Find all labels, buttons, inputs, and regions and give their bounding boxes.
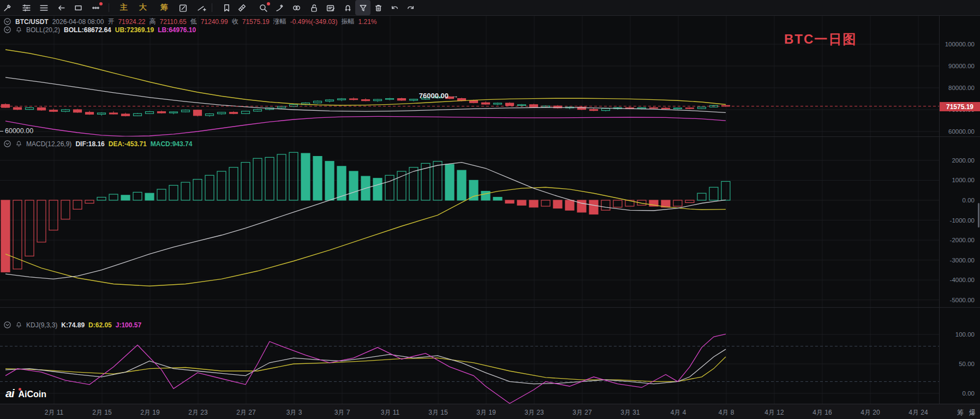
aicoin-logo: ai AiCoin	[5, 387, 46, 400]
x-axis-label: 4月 4	[671, 408, 686, 417]
main-chart-tab[interactable]: 主	[116, 0, 132, 15]
notification-badge	[267, 2, 270, 5]
kline-edit-icon[interactable]	[175, 0, 190, 15]
logo-dot	[19, 388, 21, 391]
logo-mark: ai	[5, 387, 14, 400]
toolbar-separator	[212, 3, 212, 12]
draw-pen-icon[interactable]	[0, 0, 15, 15]
macd-name: MACD(12,26,9)	[26, 140, 71, 148]
signature-pen-icon[interactable]	[272, 0, 287, 15]
open-label: 开	[107, 17, 114, 26]
notification-badge	[99, 2, 103, 5]
collapse-chevron-icon[interactable]	[3, 140, 11, 148]
svg-text:100.00: 100.00	[955, 331, 975, 338]
collapse-chevron-icon[interactable]	[3, 321, 11, 329]
chip-distribution-tab[interactable]: 筹	[957, 408, 964, 417]
time-axis-bar[interactable]: 筹 爆 2月 112月 152月 192月 232月 273月 33月 73月 …	[0, 404, 980, 419]
x-axis-label: 4月 24	[909, 408, 928, 417]
macd-dea-value: DEA:-453.71	[109, 140, 147, 148]
toolbar: 主大筹	[0, 0, 980, 16]
symbol-label[interactable]: BTC/USDT	[15, 18, 49, 26]
boll-indicator-row: BOLL(20,2) BOLL:68672.64 UB:72369.19 LB:…	[3, 26, 196, 34]
kline-style-icon[interactable]	[19, 0, 34, 15]
alert-bell-icon[interactable]	[15, 140, 22, 147]
price-level-annotation-60000[interactable]: 60000.00	[5, 127, 33, 135]
amplitude-value: 1.21%	[358, 18, 377, 26]
lock-icon[interactable]	[306, 0, 321, 15]
chart-canvas[interactable]: 100000.0090000.0080000.0070000.0060000.0…	[0, 0, 980, 419]
alert-bell-icon[interactable]	[15, 321, 22, 328]
arrow-left-icon[interactable]	[53, 0, 68, 15]
x-axis-label: 2月 15	[92, 408, 111, 417]
level-76000-text: 76000.00	[419, 92, 449, 100]
price-level-annotation-76000[interactable]: 76000.00→	[397, 92, 458, 100]
svg-text:-4000.00: -4000.00	[950, 277, 975, 283]
macd-axis-labels[interactable]: 2000.001000.000.00-1000.00-2000.00-3000.…	[950, 157, 975, 303]
boll-mid-value: BOLL:68672.64	[64, 26, 111, 34]
macd-indicator-row: MACD(12,26,9) DIF:18.16 DEA:-453.71 MACD…	[3, 140, 192, 148]
filter-icon[interactable]	[355, 0, 371, 15]
x-axis-label: 3月 15	[428, 408, 447, 417]
kdj-axis-labels[interactable]: 100.0050.000.00	[955, 331, 975, 397]
x-axis-label: 3月 7	[334, 408, 350, 417]
vertical-gridlines	[54, 15, 918, 404]
open-value: 71924.22	[118, 18, 145, 26]
indicator-list-icon[interactable]	[36, 0, 51, 15]
high-label: 高	[149, 17, 156, 26]
svg-text:90000.00: 90000.00	[948, 63, 975, 69]
bookmark-icon[interactable]	[219, 0, 234, 15]
price-band-icon[interactable]	[289, 0, 304, 15]
large-chart-tab[interactable]: 大	[135, 0, 151, 15]
last-price-tag: 71575.19	[940, 102, 980, 111]
symbol-info-row: BTC/USDT 2026-04-08 08:00 开 71924.22 高 7…	[3, 17, 377, 26]
price-axis-labels[interactable]: 100000.0090000.0080000.0070000.0060000.0…	[945, 41, 975, 135]
datetime-label: 2026-04-08 08:00	[52, 18, 104, 26]
order-line-icon[interactable]	[194, 0, 209, 15]
liquidation-tab[interactable]: 爆	[969, 408, 976, 417]
ruler-icon[interactable]	[234, 0, 249, 15]
svg-text:2000.00: 2000.00	[952, 157, 975, 164]
boll-name: BOLL(20,2)	[26, 26, 60, 34]
undo-icon[interactable]	[387, 0, 402, 15]
axis-scroll-thumb[interactable]	[978, 203, 979, 228]
svg-text:-1000.00: -1000.00	[950, 217, 975, 224]
close-label: 收	[232, 17, 238, 26]
collapse-chevron-icon[interactable]	[3, 17, 11, 26]
pane-separators	[0, 15, 980, 404]
svg-text:50.00: 50.00	[959, 361, 975, 367]
svg-text:0.00: 0.00	[963, 197, 975, 203]
alert-bell-icon[interactable]	[15, 26, 22, 33]
zoom-search-icon[interactable]	[255, 0, 271, 15]
x-axis-label: 4月 20	[861, 408, 880, 417]
x-axis-label: 4月 8	[719, 408, 734, 417]
boll-lb-value: LB:64976.10	[158, 26, 196, 34]
trash-icon[interactable]	[371, 0, 386, 15]
note-edit-icon[interactable]	[322, 0, 338, 15]
chip-chart-tab[interactable]: 筹	[157, 0, 172, 15]
x-axis-label: 3月 23	[524, 408, 543, 417]
main-chart-tab-label: 主	[120, 3, 128, 13]
logo-text: AiCoin	[19, 390, 47, 399]
x-axis-label: 2月 11	[45, 408, 63, 417]
low-label: 低	[190, 17, 197, 26]
chip-chart-tab-label: 筹	[160, 3, 168, 13]
x-axis-label: 2月 27	[236, 408, 255, 417]
x-axis-label: 2月 19	[140, 408, 159, 417]
more-tools-icon[interactable]	[88, 0, 103, 15]
kdj-lines	[5, 334, 726, 403]
kdj-name: KDJ(9,3,3)	[26, 321, 57, 329]
amplitude-label: 振幅	[342, 17, 355, 26]
x-axis-label: 3月 31	[620, 408, 640, 417]
magnet-icon[interactable]	[340, 0, 355, 15]
toolbar-separator	[109, 3, 109, 12]
macd-dif-value: DIF:18.16	[75, 140, 104, 148]
boll-ub-value: UB:72369.19	[115, 26, 154, 34]
change-label: 涨幅	[273, 17, 286, 26]
rect-draw-icon[interactable]	[70, 0, 86, 15]
collapse-chevron-icon[interactable]	[3, 26, 11, 34]
svg-text:60000.00: 60000.00	[948, 128, 975, 135]
svg-text:80000.00: 80000.00	[948, 85, 975, 91]
svg-text:0.00: 0.00	[963, 390, 975, 397]
bottom-right-tabs: 筹 爆	[957, 408, 976, 417]
redo-icon[interactable]	[403, 0, 418, 15]
